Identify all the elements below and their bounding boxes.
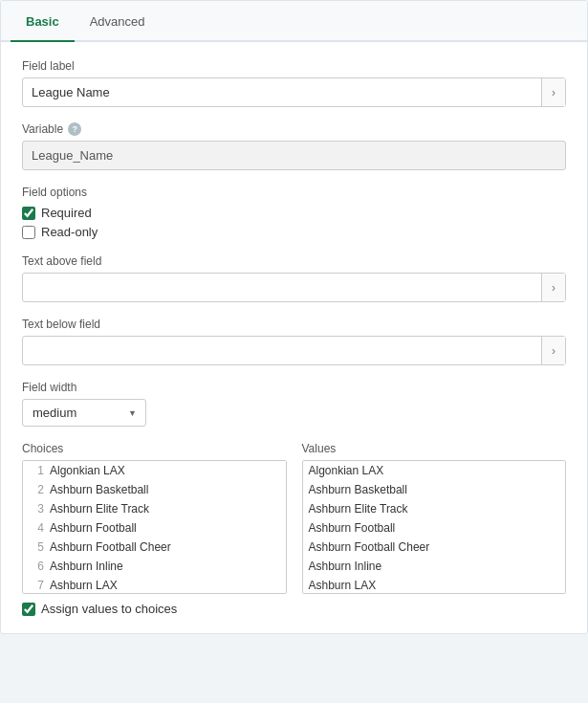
assign-values-row: Assign values to choices <box>22 602 566 616</box>
item-text: Ashburn Football <box>50 521 137 535</box>
value-text: Ashburn Football Cheer <box>309 540 430 554</box>
field-label-group: Field label › <box>22 59 566 107</box>
field-label-input-row: › <box>22 77 566 107</box>
list-item[interactable]: Ashburn Elite Track <box>303 499 566 518</box>
list-item[interactable]: Ashburn Football <box>303 518 566 538</box>
list-item[interactable]: Ashburn Inline <box>303 557 566 576</box>
field-label-label: Field label <box>22 59 566 73</box>
text-below-arrow-button[interactable]: › <box>541 337 565 364</box>
text-below-input-row: › <box>22 336 566 365</box>
list-item[interactable]: 6Ashburn Inline <box>23 557 286 576</box>
readonly-label[interactable]: Read-only <box>41 225 98 239</box>
readonly-checkbox[interactable] <box>22 226 35 239</box>
item-number: 6 <box>29 560 44 573</box>
variable-label: Variable ? <box>22 122 566 136</box>
choices-list[interactable]: 1Algonkian LAX2Ashburn Basketball3Ashbur… <box>22 460 287 594</box>
values-label: Values <box>302 442 567 455</box>
choices-label: Choices <box>22 442 287 455</box>
item-number: 4 <box>29 521 44 535</box>
item-number: 3 <box>29 502 44 516</box>
variable-help-icon[interactable]: ? <box>68 122 81 136</box>
assign-values-label[interactable]: Assign values to choices <box>41 602 177 616</box>
text-below-label: Text below field <box>22 318 566 331</box>
list-item[interactable]: Ashburn Basketball <box>303 480 566 499</box>
item-text: Ashburn Inline <box>50 560 123 573</box>
tab-advanced[interactable]: Advanced <box>75 1 161 42</box>
required-checkbox[interactable] <box>22 207 35 220</box>
item-text: Ashburn LAX <box>50 579 118 592</box>
field-label-arrow-button[interactable]: › <box>541 78 565 106</box>
text-above-input-row: › <box>22 273 566 302</box>
variable-value: League_Name <box>22 141 566 170</box>
field-label-input[interactable] <box>23 78 541 106</box>
variable-group: Variable ? League_Name <box>22 122 566 170</box>
field-width-group: Field width small medium large full <box>22 381 566 427</box>
field-options-group: Field options Required Read-only <box>22 186 566 239</box>
value-text: Ashburn LAX <box>309 579 377 592</box>
item-text: Ashburn Elite Track <box>50 502 149 516</box>
list-item[interactable]: 2Ashburn Basketball <box>23 480 286 499</box>
value-text: Ashburn Football <box>309 521 396 535</box>
values-list[interactable]: Algonkian LAXAshburn BasketballAshburn E… <box>302 460 567 594</box>
list-item[interactable]: 5Ashburn Football Cheer <box>23 538 286 557</box>
value-text: Ashburn Basketball <box>309 483 407 496</box>
tab-content: Field label › Variable ? League_Name Fie… <box>1 42 587 633</box>
tabs-bar: Basic Advanced <box>1 1 587 42</box>
item-number: 7 <box>29 579 44 592</box>
value-text: Ashburn Elite Track <box>309 502 408 516</box>
text-above-group: Text above field › <box>22 254 566 302</box>
list-item[interactable]: 3Ashburn Elite Track <box>23 499 286 518</box>
value-text: Algonkian LAX <box>309 464 384 477</box>
text-below-input[interactable] <box>23 337 541 364</box>
field-width-label: Field width <box>22 381 566 394</box>
text-above-arrow-button[interactable]: › <box>541 274 565 301</box>
list-item[interactable]: 1Algonkian LAX <box>23 461 286 480</box>
settings-panel: Basic Advanced Field label › Variable ? … <box>0 0 588 634</box>
item-text: Ashburn Football Cheer <box>50 540 171 554</box>
list-item[interactable]: Ashburn LAX <box>303 576 566 594</box>
tab-basic[interactable]: Basic <box>11 1 75 42</box>
item-text: Ashburn Basketball <box>50 483 148 496</box>
field-width-select[interactable]: small medium large full <box>22 399 146 427</box>
choices-column: Choices 1Algonkian LAX2Ashburn Basketbal… <box>22 442 287 594</box>
item-number: 1 <box>29 464 44 477</box>
choices-values-section: Choices 1Algonkian LAX2Ashburn Basketbal… <box>22 442 566 594</box>
text-above-label: Text above field <box>22 254 566 268</box>
readonly-checkbox-row: Read-only <box>22 225 566 239</box>
list-item[interactable]: Ashburn Football Cheer <box>303 538 566 557</box>
text-above-input[interactable] <box>23 274 541 301</box>
item-number: 5 <box>29 540 44 554</box>
values-column: Values Algonkian LAXAshburn BasketballAs… <box>302 442 567 594</box>
item-number: 2 <box>29 483 44 496</box>
required-label[interactable]: Required <box>41 206 92 220</box>
required-checkbox-row: Required <box>22 206 566 220</box>
list-item[interactable]: Algonkian LAX <box>303 461 566 480</box>
assign-values-checkbox[interactable] <box>22 603 35 616</box>
field-options-label: Field options <box>22 186 566 199</box>
text-below-group: Text below field › <box>22 318 566 365</box>
field-width-select-wrapper: small medium large full <box>22 399 146 427</box>
list-item[interactable]: 4Ashburn Football <box>23 518 286 538</box>
value-text: Ashburn Inline <box>309 560 382 573</box>
list-item[interactable]: 7Ashburn LAX <box>23 576 286 594</box>
item-text: Algonkian LAX <box>50 464 125 477</box>
